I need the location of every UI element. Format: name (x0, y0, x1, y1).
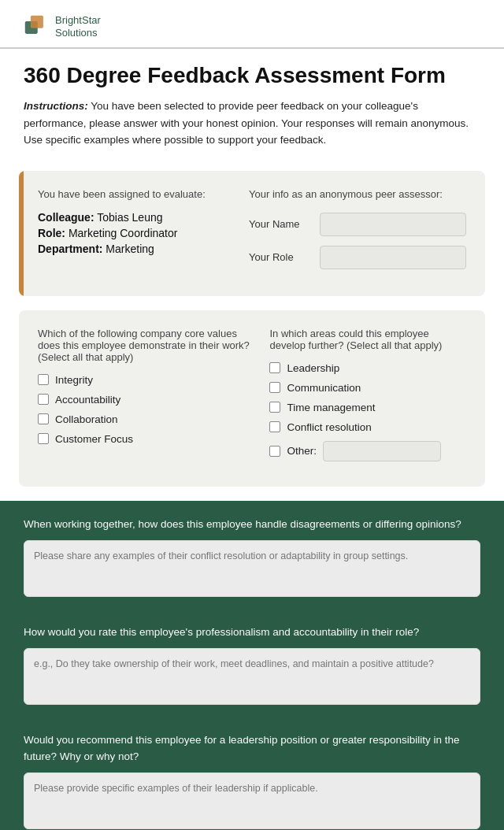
checkbox-accountability: Accountability (38, 394, 254, 406)
dev-areas-question: In which areas could this employee devel… (269, 328, 466, 351)
page-title: 360 Degree Feedback Assessment Form (24, 63, 480, 88)
logo-text: BrightStar Solutions (55, 14, 101, 39)
colleague-name-row: Colleague: Tobias Leung (38, 211, 233, 224)
dark-questions-section: When working together, how does this emp… (0, 501, 504, 830)
peer-info-label: Your info as an anonymous peer assessor: (249, 188, 466, 200)
title-section: 360 Degree Feedback Assessment Form Inst… (0, 49, 504, 157)
values-col-left: Which of the following company core valu… (38, 328, 254, 469)
question-3-section: Would you recommend this employee for a … (24, 732, 480, 830)
instructions-bold: Instructions: (24, 100, 88, 112)
checkbox-collaboration-input[interactable] (38, 413, 49, 424)
assignment-card: You have been assigned to evaluate: Coll… (19, 171, 485, 296)
values-two-col: Which of the following company core valu… (38, 328, 466, 469)
checkbox-other-row: Other: (269, 441, 466, 461)
question-1-textarea[interactable] (24, 540, 480, 597)
checkbox-time-management-label: Time management (287, 402, 375, 413)
instructions: Instructions: You have been selected to … (24, 98, 480, 149)
peer-col-right: Your info as an anonymous peer assessor:… (249, 188, 466, 279)
logo-icon (24, 14, 49, 39)
instructions-text: You have been selected to provide peer f… (24, 100, 469, 146)
checkbox-conflict-resolution-input[interactable] (269, 421, 280, 432)
checkbox-time-management: Time management (269, 402, 466, 413)
question-3-textarea[interactable] (24, 773, 480, 829)
evaluate-label: You have been assigned to evaluate: (38, 188, 233, 200)
your-name-input[interactable] (320, 213, 466, 236)
svg-rect-1 (31, 16, 43, 28)
checkbox-customer-focus-label: Customer Focus (55, 433, 133, 445)
department-label: Department: (38, 243, 102, 255)
question-1-section: When working together, how does this emp… (24, 517, 480, 610)
your-name-row: Your Name (249, 213, 466, 236)
values-card: Which of the following company core valu… (19, 310, 485, 487)
role-value: Marketing Coordinator (69, 227, 178, 239)
your-role-label: Your Role (249, 251, 312, 263)
logo-name: BrightStar (55, 14, 101, 27)
question-2-section: How would you rate this employee's profe… (24, 624, 480, 718)
your-role-row: Your Role (249, 246, 466, 269)
checkbox-accountability-label: Accountability (55, 394, 120, 406)
checkbox-collaboration-label: Collaboration (55, 413, 118, 425)
your-role-input[interactable] (320, 246, 466, 269)
dev-col-right: In which areas could this employee devel… (269, 328, 466, 469)
checkbox-leadership-label: Leadership (287, 362, 339, 374)
page-wrapper: BrightStar Solutions 360 Degree Feedback… (0, 0, 504, 830)
checkbox-communication-label: Communication (287, 382, 361, 394)
header: BrightStar Solutions (0, 0, 504, 49)
colleague-label: Colleague: (38, 211, 94, 224)
checkbox-customer-focus: Customer Focus (38, 433, 254, 445)
checkbox-accountability-input[interactable] (38, 394, 49, 405)
assignment-two-col: You have been assigned to evaluate: Coll… (38, 188, 466, 279)
checkbox-communication-input[interactable] (269, 382, 280, 393)
checkbox-customer-focus-input[interactable] (38, 433, 49, 444)
department-value: Marketing (106, 243, 154, 255)
role-label: Role: (38, 227, 65, 239)
core-values-checkboxes: Integrity Accountability Collaboration C… (38, 374, 254, 445)
checkbox-other-input[interactable] (269, 446, 280, 457)
other-text-input[interactable] (323, 441, 441, 461)
logo: BrightStar Solutions (24, 14, 101, 39)
question-3-text: Would you recommend this employee for a … (24, 732, 480, 765)
core-values-question: Which of the following company core valu… (38, 328, 254, 363)
checkbox-collaboration: Collaboration (38, 413, 254, 425)
checkbox-conflict-resolution: Conflict resolution (269, 421, 466, 433)
checkbox-integrity: Integrity (38, 374, 254, 386)
checkbox-integrity-label: Integrity (55, 374, 93, 386)
colleague-name: Tobias Leung (97, 211, 162, 224)
question-2-text: How would you rate this employee's profe… (24, 624, 480, 640)
question-2-textarea[interactable] (24, 648, 480, 705)
role-row: Role: Marketing Coordinator (38, 227, 233, 239)
checkbox-leadership-input[interactable] (269, 362, 280, 373)
checkbox-communication: Communication (269, 382, 466, 394)
colleague-info: Colleague: Tobias Leung Role: Marketing … (38, 211, 233, 255)
other-label: Other: (287, 445, 317, 457)
question-1-text: When working together, how does this emp… (24, 517, 480, 532)
checkbox-integrity-input[interactable] (38, 374, 49, 385)
checkbox-time-management-input[interactable] (269, 402, 280, 413)
checkbox-conflict-resolution-label: Conflict resolution (287, 421, 371, 433)
your-name-label: Your Name (249, 218, 312, 230)
assignment-col-left: You have been assigned to evaluate: Coll… (38, 188, 233, 279)
department-row: Department: Marketing (38, 243, 233, 255)
checkbox-leadership: Leadership (269, 362, 466, 374)
dev-areas-checkboxes: Leadership Communication Time management… (269, 362, 466, 461)
logo-tagline: Solutions (55, 27, 101, 39)
